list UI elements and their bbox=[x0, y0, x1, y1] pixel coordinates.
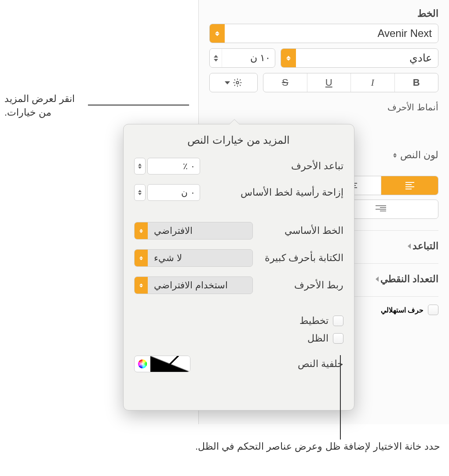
caps-select[interactable]: لا شيء bbox=[134, 249, 253, 267]
callout-gear-text: انقر لعرض المزيد من خيارات. bbox=[4, 92, 88, 120]
underline-button[interactable]: U bbox=[307, 73, 351, 92]
baseline-shift-field[interactable]: ٠ ن bbox=[134, 184, 200, 201]
outline-row: تخطيط bbox=[134, 315, 343, 327]
font-weight-dropdown[interactable]: عادي bbox=[281, 48, 438, 68]
char-spacing-field[interactable]: ٠ ٪ bbox=[134, 158, 200, 174]
dropdown-arrows-icon bbox=[210, 24, 225, 43]
baseline-select[interactable]: الافتراضي bbox=[134, 222, 253, 240]
font-weight-value: عادي bbox=[296, 52, 438, 64]
dropcap-checkbox[interactable] bbox=[428, 305, 438, 315]
outline-label: تخطيط bbox=[299, 315, 329, 327]
shadow-label: الظل bbox=[307, 333, 329, 344]
align-right-button[interactable] bbox=[381, 176, 438, 195]
chevron-left-icon bbox=[408, 243, 411, 249]
callout-leader-line bbox=[340, 355, 341, 440]
color-wheel-button[interactable] bbox=[135, 356, 150, 372]
bold-button[interactable]: B bbox=[394, 73, 438, 92]
character-styles-label: أنماط الأحرف bbox=[209, 102, 438, 113]
font-section-title: الخط bbox=[209, 8, 438, 19]
bullets-title: التعداد النقطي bbox=[380, 273, 438, 285]
callout-leader-line bbox=[88, 105, 189, 105]
shadow-checkbox[interactable] bbox=[333, 333, 343, 344]
char-spacing-value: ٠ ٪ bbox=[147, 158, 200, 174]
dropcap-label: حرف استهلالي bbox=[381, 306, 423, 314]
gear-icon bbox=[233, 78, 242, 87]
color-swatch bbox=[150, 356, 190, 372]
stepper-icon[interactable] bbox=[134, 184, 146, 201]
outdent-icon bbox=[376, 205, 386, 213]
caps-value: لا شيء bbox=[148, 253, 252, 263]
font-size-field[interactable]: ١٠ ن bbox=[209, 48, 275, 68]
more-text-options-button[interactable] bbox=[209, 73, 258, 92]
baseline-shift-value: ٠ ن bbox=[147, 184, 200, 201]
chevron-down-icon bbox=[225, 81, 230, 84]
outline-checkbox[interactable] bbox=[333, 316, 343, 326]
chevron-left-icon bbox=[376, 276, 379, 282]
shadow-row: الظل bbox=[134, 333, 343, 344]
char-spacing-label: تباعد الأحرف bbox=[291, 160, 343, 172]
italic-button[interactable]: I bbox=[350, 73, 394, 92]
more-text-options-popover: المزيد من خيارات النص تباعد الأحرف ٠ ٪ إ… bbox=[123, 124, 354, 411]
stepper-icon[interactable] bbox=[393, 153, 397, 158]
dropdown-arrows-icon bbox=[281, 49, 296, 67]
dropdown-arrows-icon bbox=[135, 250, 148, 266]
baseline-label: الخط الأساسي bbox=[285, 225, 343, 236]
baseline-value: الافتراضي bbox=[148, 225, 252, 236]
text-background-color-well[interactable] bbox=[134, 356, 190, 372]
spacing-title: التباعد bbox=[412, 240, 438, 252]
color-wheel-icon bbox=[138, 359, 147, 369]
font-size-value: ١٠ ن bbox=[222, 52, 275, 64]
strikethrough-button[interactable]: S bbox=[263, 73, 307, 92]
callout-shadow-text: حدد خانة الاختيار لإضافة ظل وعرض عناصر ا… bbox=[194, 440, 440, 454]
font-family-value: Avenir Next bbox=[225, 27, 438, 40]
caps-label: الكتابة بأحرف كبيرة bbox=[265, 252, 343, 264]
baseline-shift-label: إزاحة رأسية لخط الأساس bbox=[241, 187, 343, 198]
ligatures-select[interactable]: استخدام الافتراضي bbox=[134, 276, 253, 294]
text-color-label: لون النص bbox=[400, 149, 438, 161]
stepper-icon[interactable] bbox=[210, 49, 222, 67]
dropdown-arrows-icon bbox=[135, 277, 148, 294]
svg-point-1 bbox=[138, 360, 146, 368]
ligatures-label: ربط الأحرف bbox=[294, 280, 343, 291]
text-style-segment: B I U S bbox=[263, 73, 438, 92]
text-background-label: خلفية النص bbox=[298, 358, 343, 370]
dropdown-arrows-icon bbox=[135, 222, 148, 239]
popover-title: المزيد من خيارات النص bbox=[134, 134, 343, 146]
ligatures-value: استخدام الافتراضي bbox=[148, 280, 252, 291]
stepper-icon[interactable] bbox=[134, 158, 146, 174]
font-family-dropdown[interactable]: Avenir Next bbox=[209, 24, 438, 43]
svg-point-0 bbox=[236, 81, 239, 84]
